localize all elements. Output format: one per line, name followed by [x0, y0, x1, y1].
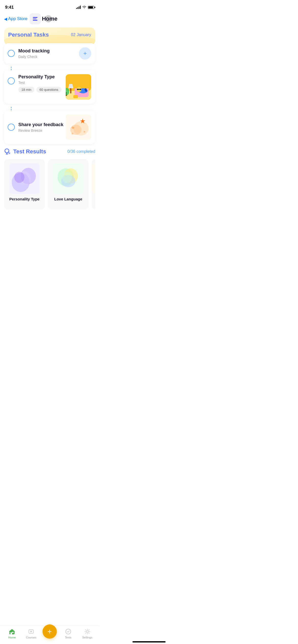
nav-bar: ◀ App Store Home: [0, 11, 99, 26]
task-circle-1: [8, 50, 15, 57]
feedback-title: Share your feedback: [18, 122, 66, 127]
svg-text:★: ★: [71, 131, 74, 136]
svg-rect-5: [75, 88, 77, 92]
test-results-cards: Personality Type Love Language: [4, 159, 95, 212]
status-time: 9:41: [5, 5, 14, 10]
personality-type-title: Personality Type: [18, 74, 66, 80]
battery-icon: [88, 6, 94, 9]
personality-result-title: Personality Type: [9, 197, 40, 201]
task-item-mood: Mood tracking Daily Check +: [4, 43, 95, 70]
svg-text:★: ★: [80, 117, 86, 125]
personality-type-tags: 18 min 60 questions: [18, 87, 66, 93]
svg-rect-10: [79, 89, 81, 90]
personality-type-card[interactable]: Personality Type Test 18 min 60 question…: [4, 70, 95, 104]
mood-tracking-title: Mood tracking: [18, 48, 79, 54]
back-button[interactable]: ◀ App Store: [4, 16, 28, 21]
mood-tracking-add-button[interactable]: +: [79, 47, 91, 60]
tag-duration: 18 min: [18, 87, 34, 93]
result-card-attachment[interactable]: Attachment re...: [92, 159, 95, 210]
back-label: App Store: [8, 16, 28, 21]
menu-button[interactable]: [30, 13, 41, 24]
wifi-icon: [82, 5, 86, 9]
tag-questions: 60 questions: [36, 87, 61, 93]
test-results-header: ★ Test Results 0/36 completed: [4, 148, 95, 155]
timeline-connector-1: [11, 67, 12, 70]
test-results-count: 0/36 completed: [67, 149, 95, 154]
svg-rect-2: [70, 88, 71, 93]
mood-tracking-info: Mood tracking Daily Check: [18, 48, 79, 59]
feedback-subtitle: Review Breeze: [18, 128, 66, 133]
menu-icon: [33, 17, 37, 21]
svg-text:★: ★: [71, 125, 75, 130]
results-title-wrap: ★ Test Results: [4, 148, 46, 155]
svg-rect-37: [92, 163, 95, 194]
love-result-title: Love Language: [54, 197, 82, 201]
personality-type-subtitle: Test: [18, 81, 66, 85]
timeline-connector-2: [11, 107, 12, 110]
mood-tracking-card[interactable]: Mood tracking Daily Check +: [4, 43, 95, 64]
trophy-icon: ★: [4, 148, 11, 155]
page-title: Home: [42, 16, 57, 22]
svg-text:★: ★: [8, 152, 10, 154]
feedback-info: Share your feedback Review Breeze: [18, 122, 66, 133]
svg-rect-9: [77, 89, 79, 90]
feedback-image: ★ ★ ★ ★: [66, 114, 91, 140]
status-bar: 9:41: [0, 0, 99, 11]
back-arrow-icon: ◀: [4, 17, 7, 21]
task-circle-3: [8, 124, 15, 131]
task-circle-2: [8, 77, 15, 84]
test-results-title: Test Results: [13, 148, 46, 155]
svg-point-31: [14, 172, 24, 183]
signal-icon: [76, 6, 81, 9]
status-icons: [76, 5, 94, 9]
result-card-love[interactable]: Love Language: [48, 159, 89, 210]
personal-tasks-banner: Personal Tasks 02 January: [4, 27, 95, 45]
svg-text:★: ★: [83, 130, 86, 134]
task-item-personality: Personality Type Test 18 min 60 question…: [4, 70, 95, 110]
tasks-list: Mood tracking Daily Check + Personality …: [4, 43, 95, 144]
task-item-feedback: Share your feedback Review Breeze ★ ★ ★ …: [4, 110, 95, 144]
attachment-result-image: [92, 163, 95, 194]
result-card-personality[interactable]: Personality Type: [4, 159, 45, 210]
love-result-image: [53, 163, 84, 194]
personality-type-info: Personality Type Test 18 min 60 question…: [18, 74, 66, 93]
svg-rect-14: [73, 95, 78, 98]
personality-type-image: [66, 74, 91, 100]
svg-point-36: [62, 172, 72, 183]
mood-tracking-subtitle: Daily Check: [18, 55, 79, 59]
test-results-section: ★ Test Results 0/36 completed Personalit…: [4, 148, 95, 212]
feedback-card[interactable]: Share your feedback Review Breeze ★ ★ ★ …: [4, 110, 95, 144]
personality-result-image: [9, 163, 40, 194]
